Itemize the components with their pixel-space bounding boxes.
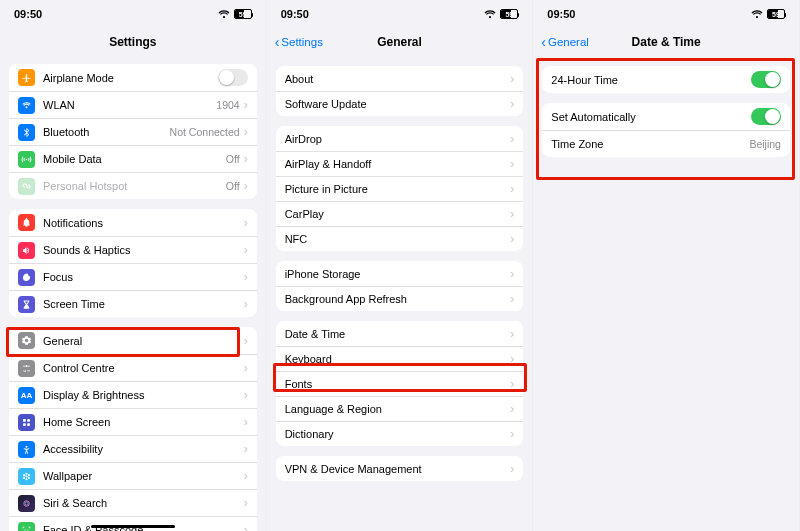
row-airplay[interactable]: AirPlay & Handoff ›: [276, 151, 524, 176]
label: Focus: [43, 271, 244, 283]
row-iphone-storage[interactable]: iPhone Storage ›: [276, 261, 524, 286]
group-vpn: VPN & Device Management ›: [276, 456, 524, 481]
label: Fonts: [285, 378, 511, 390]
gear-icon: [18, 332, 35, 349]
label: Background App Refresh: [285, 293, 511, 305]
row-siri[interactable]: Siri & Search ›: [9, 489, 257, 516]
row-software-update[interactable]: Software Update ›: [276, 91, 524, 116]
row-date-time[interactable]: Date & Time ›: [276, 321, 524, 346]
row-wlan[interactable]: WLAN 1904 ›: [9, 91, 257, 118]
svg-point-5: [25, 475, 27, 477]
svg-rect-1: [27, 419, 30, 422]
chevron-right-icon: ›: [510, 402, 514, 416]
airplane-icon: [18, 69, 35, 86]
row-sounds[interactable]: Sounds & Haptics ›: [9, 236, 257, 263]
row-bg-refresh[interactable]: Background App Refresh ›: [276, 286, 524, 311]
content-scroll[interactable]: Airplane Mode WLAN 1904 › Bluetooth Not …: [0, 56, 266, 531]
row-keyboard[interactable]: Keyboard ›: [276, 346, 524, 371]
chevron-right-icon: ›: [244, 216, 248, 230]
svg-point-9: [28, 474, 30, 476]
back-label: Settings: [281, 36, 323, 48]
row-nfc[interactable]: NFC ›: [276, 226, 524, 251]
row-accessibility[interactable]: Accessibility ›: [9, 435, 257, 462]
chevron-right-icon: ›: [244, 361, 248, 375]
nav-bar: Settings: [0, 28, 266, 56]
nav-bar: ‹ Settings General: [267, 28, 533, 56]
group-setauto: Set Automatically Time Zone Beijing: [542, 103, 790, 157]
toggle-set-automatically[interactable]: [751, 108, 781, 125]
row-general[interactable]: General ›: [9, 327, 257, 354]
page-title: Settings: [109, 35, 156, 49]
row-display[interactable]: AA Display & Brightness ›: [9, 381, 257, 408]
label: Home Screen: [43, 416, 244, 428]
svg-point-11: [28, 476, 30, 478]
toggle-24hour[interactable]: [751, 71, 781, 88]
row-airdrop[interactable]: AirDrop ›: [276, 126, 524, 151]
status-time: 09:50: [281, 8, 309, 20]
back-button[interactable]: ‹ Settings: [275, 28, 323, 56]
chevron-right-icon: ›: [244, 415, 248, 429]
row-set-automatically[interactable]: Set Automatically: [542, 103, 790, 130]
row-focus[interactable]: Focus ›: [9, 263, 257, 290]
chevron-right-icon: ›: [510, 232, 514, 246]
row-fonts[interactable]: Fonts ›: [276, 371, 524, 396]
row-about[interactable]: About ›: [276, 66, 524, 91]
chevron-right-icon: ›: [510, 327, 514, 341]
battery-icon: 59: [500, 9, 518, 19]
wifi-icon: [751, 10, 763, 19]
label: Display & Brightness: [43, 389, 244, 401]
row-language[interactable]: Language & Region ›: [276, 396, 524, 421]
status-bar: 09:50 59: [0, 0, 266, 28]
row-home-screen[interactable]: Home Screen ›: [9, 408, 257, 435]
group-date-time: Date & Time › Keyboard › Fonts › Languag…: [276, 321, 524, 446]
chevron-right-icon: ›: [244, 334, 248, 348]
chevron-right-icon: ›: [244, 125, 248, 139]
row-control-centre[interactable]: Control Centre ›: [9, 354, 257, 381]
row-faceid[interactable]: Face ID & Passcode ›: [9, 516, 257, 531]
label: Siri & Search: [43, 497, 244, 509]
row-carplay[interactable]: CarPlay ›: [276, 201, 524, 226]
row-wallpaper[interactable]: Wallpaper ›: [9, 462, 257, 489]
display-icon: AA: [18, 387, 35, 404]
label: Personal Hotspot: [43, 180, 226, 192]
detail: 1904: [216, 99, 239, 111]
airplane-toggle[interactable]: [218, 69, 248, 86]
row-vpn[interactable]: VPN & Device Management ›: [276, 456, 524, 481]
row-screen-time[interactable]: Screen Time ›: [9, 290, 257, 317]
status-time: 09:50: [547, 8, 575, 20]
group-notifications: Notifications › Sounds & Haptics › Focus…: [9, 209, 257, 317]
chevron-right-icon: ›: [510, 157, 514, 171]
row-pip[interactable]: Picture in Picture ›: [276, 176, 524, 201]
chevron-left-icon: ‹: [541, 34, 546, 50]
label: About: [285, 73, 511, 85]
content-scroll[interactable]: About › Software Update › AirDrop › AirP…: [267, 56, 533, 531]
row-mobile-data[interactable]: Mobile Data Off ›: [9, 145, 257, 172]
hourglass-icon: [18, 296, 35, 313]
label: VPN & Device Management: [285, 463, 511, 475]
detail: Off: [226, 153, 240, 165]
row-time-zone[interactable]: Time Zone Beijing: [542, 130, 790, 157]
chevron-right-icon: ›: [510, 267, 514, 281]
row-airplane-mode[interactable]: Airplane Mode: [9, 64, 257, 91]
label: iPhone Storage: [285, 268, 511, 280]
faceid-icon: [18, 522, 35, 532]
row-bluetooth[interactable]: Bluetooth Not Connected ›: [9, 118, 257, 145]
content-scroll[interactable]: 24-Hour Time Set Automatically Time Zone…: [533, 56, 799, 531]
row-24hour-time[interactable]: 24-Hour Time: [542, 66, 790, 93]
wifi-icon: [484, 10, 496, 19]
row-personal-hotspot[interactable]: Personal Hotspot Off ›: [9, 172, 257, 199]
chevron-right-icon: ›: [510, 292, 514, 306]
label: Mobile Data: [43, 153, 226, 165]
chevron-right-icon: ›: [244, 243, 248, 257]
svg-point-14: [25, 529, 26, 530]
row-notifications[interactable]: Notifications ›: [9, 209, 257, 236]
row-dictionary[interactable]: Dictionary ›: [276, 421, 524, 446]
wifi-icon: [18, 97, 35, 114]
detail: Off: [226, 180, 240, 192]
chevron-right-icon: ›: [510, 427, 514, 441]
chevron-right-icon: ›: [244, 523, 248, 531]
back-button[interactable]: ‹ General: [541, 28, 589, 56]
label: Notifications: [43, 217, 244, 229]
chevron-right-icon: ›: [510, 377, 514, 391]
status-time: 09:50: [14, 8, 42, 20]
